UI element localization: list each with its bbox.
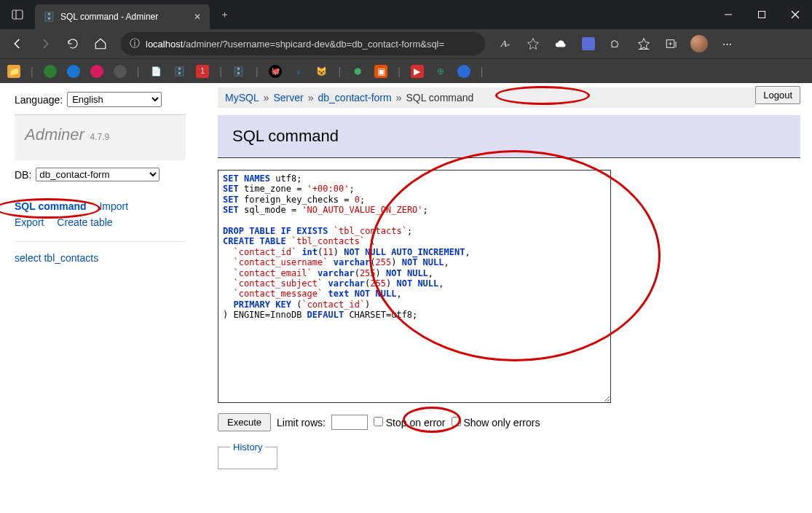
bookmarks-bar: 📁 | | 📄 🗄️ 1 | 🗄️ | 🐙 ⬨ 😺 | ⬢ ▣ | ▶ ⊕ |	[0, 58, 812, 83]
bm-youtube-icon[interactable]: ▶	[411, 65, 424, 78]
bm-item-9[interactable]: 😺	[315, 65, 328, 78]
limit-rows-input[interactable]	[331, 415, 368, 430]
history-legend[interactable]: History	[230, 442, 265, 453]
sep: |	[339, 66, 342, 77]
crumb-sep: »	[308, 92, 314, 103]
puzzle-icon	[610, 37, 623, 50]
home-icon	[94, 37, 107, 50]
bm-item-10[interactable]: ⬢	[351, 65, 364, 78]
sep: |	[256, 66, 259, 77]
browser-chrome: 🗄️ SQL command - Adminer ✕ ＋	[0, 0, 812, 83]
refresh-button[interactable]	[60, 32, 86, 55]
bm-badge-icon[interactable]: 1	[196, 65, 209, 78]
language-select[interactable]: English	[67, 92, 162, 107]
stop-on-error-checkbox[interactable]	[374, 417, 383, 426]
brand-name: Adminer	[25, 125, 84, 144]
link-import[interactable]: Import	[99, 200, 128, 212]
show-only-errors-label[interactable]: Show only errors	[452, 417, 540, 428]
bm-item-14[interactable]	[457, 65, 470, 78]
sidebar-links: SQL command Import Export Create table	[15, 192, 186, 241]
execute-button[interactable]: Execute	[218, 413, 271, 431]
language-selector: Language: English	[15, 89, 186, 110]
bm-item-2[interactable]	[67, 65, 80, 78]
sep: |	[31, 66, 33, 77]
maximize-button[interactable]	[745, 0, 779, 29]
bm-github-icon[interactable]: 🐙	[269, 65, 282, 78]
crumb-db[interactable]: db_contact-form	[318, 92, 392, 103]
fav-list-icon	[637, 37, 650, 50]
address-bar[interactable]: ⓘ localhost/adminer/?username=shpicard-d…	[121, 32, 485, 55]
window-controls	[712, 0, 812, 29]
forward-button[interactable]	[32, 32, 58, 55]
collections-button[interactable]	[658, 32, 685, 55]
bm-item-4[interactable]	[114, 65, 127, 78]
logout-button[interactable]: Logout	[755, 86, 800, 104]
bm-item-3[interactable]	[90, 65, 103, 78]
svg-rect-3	[759, 12, 765, 18]
link-table[interactable]: select tbl_contacts	[15, 241, 186, 274]
bm-item-11[interactable]: ▣	[374, 65, 387, 78]
sep: |	[481, 66, 484, 77]
refresh-icon	[66, 37, 79, 50]
page-title: SQL command	[218, 115, 800, 158]
db-selector: DB: db_contact-form	[15, 160, 186, 192]
bm-item-13[interactable]: ⊕	[434, 65, 447, 78]
sep: |	[219, 66, 222, 77]
close-icon	[791, 10, 800, 19]
db-select[interactable]: db_contact-form	[36, 168, 159, 181]
limit-label: Limit rows:	[277, 417, 326, 428]
db-label: DB:	[15, 169, 31, 181]
link-sql-command[interactable]: SQL command	[15, 200, 87, 212]
browser-tab[interactable]: 🗄️ SQL command - Adminer ✕	[35, 4, 210, 29]
back-icon	[11, 37, 24, 50]
new-tab-button[interactable]: ＋	[214, 4, 234, 25]
cloud-button[interactable]	[548, 32, 574, 55]
tab-favicon-icon: 🗄️	[44, 12, 55, 22]
sep: |	[398, 66, 401, 77]
crumb-sep: »	[396, 92, 402, 103]
toolbar: ⓘ localhost/adminer/?username=shpicard-d…	[0, 29, 812, 58]
bm-vscode-icon[interactable]: ⬨	[292, 65, 305, 78]
maximize-icon	[757, 10, 766, 19]
tabs-icon	[12, 9, 23, 20]
cloud-icon	[554, 37, 567, 50]
brand-box: Adminer 4.7.9	[15, 115, 186, 160]
link-create-table[interactable]: Create table	[57, 216, 112, 228]
favorite-button[interactable]	[520, 32, 546, 55]
profile-avatar[interactable]	[690, 35, 708, 52]
close-window-button[interactable]	[779, 0, 812, 29]
favorites-list-button[interactable]	[631, 32, 657, 55]
site-info-icon[interactable]: ⓘ	[130, 37, 140, 50]
stop-on-error-label[interactable]: Stop on error	[374, 417, 446, 428]
language-label: Language:	[15, 94, 63, 106]
home-button[interactable]	[87, 32, 114, 55]
show-only-errors-checkbox[interactable]	[452, 417, 461, 426]
bm-item-1[interactable]	[44, 65, 57, 78]
crumb-mysql[interactable]: MySQL	[225, 92, 259, 103]
breadcrumbs: MySQL » Server » db_contact-form » SQL c…	[218, 87, 755, 108]
bm-file-icon[interactable]: 📄	[149, 65, 162, 78]
bm-db2-icon[interactable]: 🗄️	[232, 65, 245, 78]
forward-icon	[39, 37, 52, 50]
reader-button[interactable]: A»	[492, 32, 519, 55]
bm-db-icon[interactable]: 🗄️	[173, 65, 186, 78]
tab-title: SQL command - Adminer	[60, 12, 158, 22]
svg-rect-0	[12, 10, 23, 19]
crumb-sep: »	[264, 92, 269, 103]
tab-panel-button[interactable]	[0, 0, 35, 29]
minimize-button[interactable]	[712, 0, 745, 29]
sql-area: SET NAMES utf8; SET time_zone = '+00:00'…	[218, 170, 800, 403]
titlebar: 🗄️ SQL command - Adminer ✕ ＋	[0, 0, 812, 29]
tab-close-button[interactable]: ✕	[194, 12, 201, 22]
crumb-server[interactable]: Server	[273, 92, 303, 103]
sql-textarea[interactable]: SET NAMES utf8; SET time_zone = '+00:00'…	[218, 170, 611, 403]
page-title-text: SQL command	[232, 127, 339, 145]
minimize-icon	[724, 10, 733, 19]
menu-button[interactable]: ⋯	[714, 32, 740, 55]
extensions-button[interactable]	[603, 32, 629, 55]
back-button[interactable]	[4, 32, 31, 55]
link-export[interactable]: Export	[15, 216, 44, 228]
crumb-current: SQL command	[406, 92, 473, 103]
ext-1-button[interactable]	[575, 32, 602, 55]
bm-folder-icon[interactable]: 📁	[7, 65, 20, 78]
